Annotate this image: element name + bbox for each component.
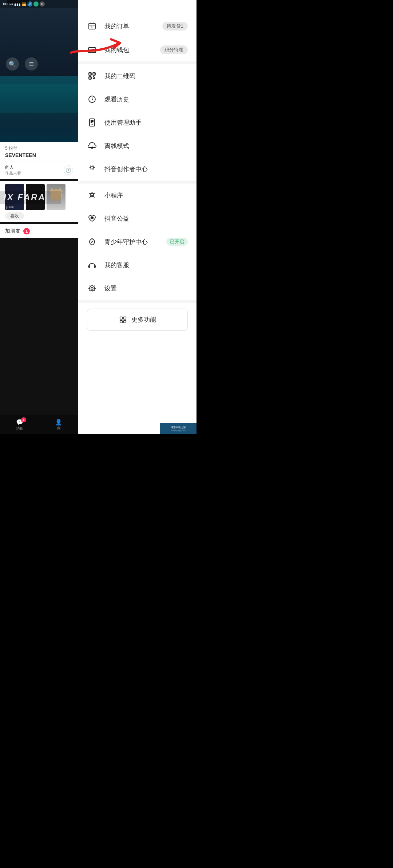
svg-rect-18 <box>123 320 126 322</box>
service-icon <box>87 260 97 270</box>
menu-item-offline[interactable]: 离线模式 <box>78 134 196 157</box>
messages-badge: 1 <box>21 417 26 422</box>
me-icon: 👤 <box>55 419 62 426</box>
divider-section-3 <box>78 300 196 303</box>
friends-label: 加朋友 <box>5 228 20 234</box>
watermark: 纯净系统之家 www.yoqy.com <box>160 423 196 434</box>
unseen-row[interactable]: 的人 作品未看 🕐 <box>0 161 78 179</box>
history-icon <box>87 94 97 104</box>
history-label: 观看历史 <box>104 95 188 104</box>
youth-label: 青少年守护中心 <box>104 238 159 246</box>
svg-rect-7 <box>94 73 95 75</box>
divider-section-1 <box>78 61 196 64</box>
svg-rect-6 <box>90 73 91 75</box>
more-functions-label: 更多功能 <box>131 316 156 324</box>
mini-label: 小程序 <box>104 191 188 200</box>
ix-fara-container: IX FARA <box>0 191 61 204</box>
svg-rect-8 <box>90 77 91 79</box>
svg-point-14 <box>90 286 95 291</box>
youth-icon <box>87 237 97 247</box>
me-label: 我 <box>57 426 60 431</box>
settings-label: 设置 <box>104 284 188 293</box>
svg-rect-16 <box>123 317 126 319</box>
charity-icon <box>87 213 97 224</box>
messages-label: 消息 <box>16 426 23 431</box>
clock-icon[interactable]: 🕐 <box>64 165 73 175</box>
charity-label: 抖音公益 <box>104 214 188 223</box>
profile-section: 5 粉丝 SEVENTEEN <box>0 142 78 161</box>
svg-rect-15 <box>120 317 122 319</box>
header-actions: 🔍 ☰ <box>0 57 78 71</box>
menu-item-youth[interactable]: 青少年守护中心 已开启 <box>78 230 196 253</box>
more-functions-button[interactable]: 更多功能 <box>87 309 188 331</box>
qrcode-label: 我的二维码 <box>104 72 188 80</box>
liked-button-area: 喜欢 <box>5 212 73 219</box>
wallet-label: 我的钱包 <box>104 46 153 54</box>
friends-badge: 1 <box>23 228 30 234</box>
browser-icon: 🌐 <box>33 1 39 7</box>
ix-fara-text: IX FARA <box>4 192 46 202</box>
orders-label: 我的订单 <box>104 22 155 31</box>
menu-item-wallet[interactable]: 我的钱包 积分待领 <box>78 38 196 61</box>
nav-messages[interactable]: 💬 消息 1 <box>16 419 23 431</box>
offline-label: 离线模式 <box>104 142 188 150</box>
menu-item-orders[interactable]: 我的订单 待发货1 <box>78 15 196 38</box>
usage-label: 使用管理助手 <box>104 118 188 127</box>
header-image: HD 5G ▮▮▮ 📶 V 🌐 M 🔍 ☰ <box>0 0 78 76</box>
watermark-text: 纯净系统之家 www.yoqy.com <box>171 426 186 431</box>
creator-label: 抖音创作者中心 <box>104 165 188 173</box>
orders-icon <box>87 21 97 31</box>
more-functions-icon <box>119 316 127 324</box>
unseen-label: 的人 <box>5 164 21 170</box>
unseen-sublabel: 作品未看 <box>5 170 21 176</box>
wallet-icon <box>87 45 97 55</box>
concert-image <box>0 76 78 142</box>
search-button[interactable]: 🔍 <box>6 57 19 71</box>
orders-badge: 待发货1 <box>162 22 188 31</box>
svg-point-11 <box>92 124 93 125</box>
svg-rect-17 <box>120 320 122 322</box>
youth-badge: 已开启 <box>166 238 188 246</box>
menu-item-service[interactable]: 我的客服 <box>78 253 196 277</box>
username: SEVENTEEN <box>5 152 73 158</box>
wallet-badge: 积分待领 <box>160 45 188 54</box>
play-count-1: ▷908 <box>6 206 13 209</box>
friends-section[interactable]: 加朋友 1 <box>0 224 78 238</box>
menu-item-charity[interactable]: 抖音公益 <box>78 207 196 230</box>
liked-button[interactable]: 喜欢 <box>5 212 24 220</box>
svg-point-12 <box>91 166 94 169</box>
menu-panel: 我的订单 待发货1 我的钱包 积分待领 <box>78 0 196 434</box>
svg-point-13 <box>91 287 93 289</box>
offline-icon <box>87 141 97 151</box>
divider-section-2 <box>78 181 196 184</box>
app-icon: M <box>40 1 45 7</box>
left-panel: HD 5G ▮▮▮ 📶 V 🌐 M 🔍 ☰ <box>0 0 78 434</box>
svg-rect-2 <box>93 50 95 51</box>
menu-button[interactable]: ☰ <box>25 57 38 71</box>
menu-item-mini[interactable]: 小程序 <box>78 184 196 207</box>
menu-item-usage[interactable]: 使用管理助手 <box>78 111 196 134</box>
menu-item-qrcode[interactable]: 我的二维码 <box>78 64 196 88</box>
usage-icon <box>87 117 97 128</box>
settings-icon <box>87 283 97 293</box>
menu-item-history[interactable]: 观看历史 <box>78 88 196 111</box>
bottom-nav: 💬 消息 1 👤 我 <box>0 415 78 434</box>
figure-silhouette <box>7 0 29 4</box>
qrcode-icon <box>87 71 97 81</box>
mini-icon <box>87 190 97 200</box>
fans-count: 5 粉丝 <box>5 145 73 152</box>
nav-me[interactable]: 👤 我 <box>55 419 62 431</box>
service-label: 我的客服 <box>104 261 188 269</box>
menu-item-settings[interactable]: 设置 <box>78 277 196 300</box>
creator-icon <box>87 164 97 174</box>
menu-item-creator[interactable]: 抖音创作者中心 <box>78 157 196 181</box>
